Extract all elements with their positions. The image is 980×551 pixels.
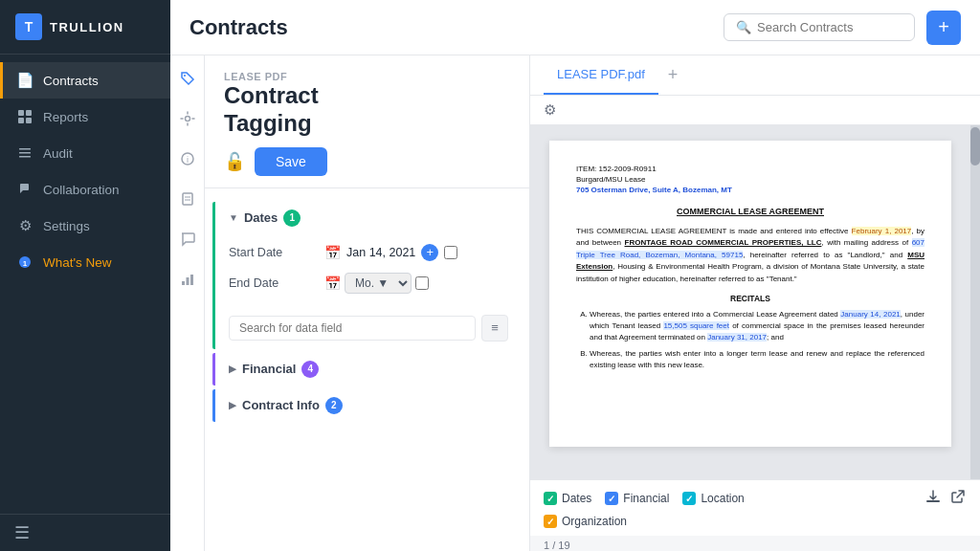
svg-rect-18 <box>190 275 193 285</box>
sidebar-item-label: Reports <box>43 110 88 124</box>
end-date-label: End Date <box>229 276 315 290</box>
contract-info-arrow: ▶ <box>229 400 236 410</box>
sidebar-item-whats-new[interactable]: 1 What's New <box>0 244 170 280</box>
sidebar-item-reports[interactable]: Reports <box>0 99 170 135</box>
pdf-page-number: 1 / 19 <box>530 540 980 551</box>
chart-tool[interactable] <box>174 266 201 293</box>
pdf-document: ITEM: 152-2009-R0911 Burgard/MSU Lease 7… <box>549 141 951 447</box>
pdf-para-1: THIS COMMERCIAL LEASE AGREEMENT is made … <box>576 226 924 285</box>
settings-tool[interactable] <box>174 105 201 132</box>
start-date-add-button[interactable]: + <box>421 244 438 261</box>
search-icon: 🔍 <box>736 20 751 34</box>
end-date-checkbox[interactable] <box>415 276 429 290</box>
pdf-scroll-thumb <box>970 127 980 165</box>
pdf-toolbar: ⚙ <box>530 96 980 125</box>
organization-checkbox[interactable]: ✓ <box>544 515 557 528</box>
filter-financial[interactable]: ✓ Financial <box>605 492 669 505</box>
contract-info-section-header[interactable]: ▶ Contract Info 2 <box>215 389 522 422</box>
recital-a-start: Whereas, the parties entered into a Comm… <box>590 310 840 319</box>
sidebar-item-label: Contracts <box>43 74 99 88</box>
pdf-scrollbar[interactable] <box>970 125 980 479</box>
sidebar-item-label: What's New <box>43 255 112 270</box>
contract-info-section: ▶ Contract Info 2 <box>212 389 522 422</box>
svg-rect-5 <box>19 152 31 154</box>
financial-checkbox[interactable]: ✓ <box>605 492 618 505</box>
duration-select[interactable]: Mo. ▼ Yr. <box>345 273 412 294</box>
download-button[interactable] <box>924 488 942 509</box>
item-number: ITEM: 152-2009-R0911 <box>576 164 924 174</box>
pdf-page: ITEM: 152-2009-R0911 Burgard/MSU Lease 7… <box>530 125 970 479</box>
add-tab-button[interactable]: + <box>662 65 684 85</box>
tool-sidebar: i <box>170 55 205 551</box>
pdf-heading: COMMERCIAL LEASE AGREEMENT <box>576 206 924 219</box>
main-content: Contracts 🔍 + i <box>170 0 980 551</box>
svg-rect-16 <box>182 281 185 285</box>
external-link-button[interactable] <box>949 488 967 509</box>
financial-badge: 4 <box>301 361 319 378</box>
start-date-label: Start Date <box>229 246 315 259</box>
svg-rect-13 <box>183 193 192 205</box>
svg-text:i: i <box>187 155 189 165</box>
page-title: Contracts <box>189 15 712 40</box>
filter-organization[interactable]: ✓ Organization <box>544 515 627 528</box>
sidebar-item-collaboration[interactable]: Collaboration <box>0 171 170 208</box>
para1-rest: , Housing & Environmental Health Program… <box>576 262 924 282</box>
sidebar-item-audit[interactable]: Audit <box>0 135 170 171</box>
info-tool[interactable]: i <box>174 145 201 172</box>
pdf-settings-icon[interactable]: ⚙ <box>544 101 556 119</box>
filter-location[interactable]: ✓ Location <box>682 492 744 505</box>
reports-icon <box>16 108 33 125</box>
tag-tool[interactable] <box>174 65 201 92</box>
lock-icon[interactable]: 🔓 <box>224 151 245 172</box>
recital-a-sqft: 15,505 square feet <box>663 321 729 330</box>
svg-rect-0 <box>18 110 24 116</box>
pdf-bottom-bar: ✓ Dates ✓ Financial ✓ Location <box>530 479 980 536</box>
sidebar-item-settings[interactable]: ⚙ Settings <box>0 208 170 244</box>
location-checkbox[interactable]: ✓ <box>682 492 696 505</box>
search-data-field-input[interactable] <box>229 316 476 341</box>
contracts-icon: 📄 <box>16 72 33 89</box>
pdf-tab-label: LEASE PDF.pdf <box>557 67 645 81</box>
sidebar-item-contracts[interactable]: 📄 Contracts <box>0 62 170 99</box>
pdf-doc-header: ITEM: 152-2009-R0911 Burgard/MSU Lease 7… <box>576 164 924 196</box>
logo-icon: T <box>15 13 42 40</box>
recital-b: Whereas, the parties wish enter into a l… <box>590 348 924 371</box>
pdf-tab-lease[interactable]: LEASE PDF.pdf <box>544 55 658 95</box>
editor-title: ContractTagging <box>224 82 510 138</box>
dates-label: Dates <box>244 210 278 225</box>
svg-point-10 <box>185 117 189 121</box>
whats-new-icon: 1 <box>16 253 33 271</box>
dates-content: Start Date 📅 Jan 14, 2021 + End Date <box>215 234 522 307</box>
dates-filter-label: Dates <box>562 492 591 505</box>
financial-filter-label: Financial <box>623 492 669 505</box>
recital-a-end: ; and <box>767 333 784 342</box>
dates-badge: 1 <box>283 209 301 227</box>
add-contract-button[interactable]: + <box>926 11 961 45</box>
sidebar-menu-toggle[interactable]: ☰ <box>0 514 170 551</box>
sidebar-item-label: Settings <box>43 219 90 233</box>
start-date-checkbox[interactable] <box>444 246 457 259</box>
sidebar-item-label: Collaboration <box>43 183 120 197</box>
search-contracts-box[interactable]: 🔍 <box>724 13 915 41</box>
search-contracts-input[interactable] <box>757 20 902 34</box>
financial-section: ▶ Financial 4 <box>212 353 522 386</box>
para1-mid2: , with mailing address of <box>821 238 911 247</box>
calendar-icon: 📅 <box>324 245 341 260</box>
recitals-list: Whereas, the parties entered into a Comm… <box>576 309 924 371</box>
app-logo[interactable]: T TRULLION <box>0 0 170 55</box>
editor-subtitle: LEASE PDF <box>224 71 510 82</box>
save-button[interactable]: Save <box>255 147 327 176</box>
pdf-second-filter-row: ✓ Organization <box>544 515 967 528</box>
location-filter-label: Location <box>701 492 744 505</box>
financial-label: Financial <box>242 362 296 376</box>
date1-highlight: February 1, 2017 <box>852 227 912 235</box>
search-field-button[interactable]: ≡ <box>481 315 508 342</box>
financial-section-header[interactable]: ▶ Financial 4 <box>215 353 522 386</box>
doc-tool[interactable] <box>174 186 201 212</box>
dates-section-header[interactable]: ▼ Dates 1 <box>215 202 522 234</box>
pdf-content: ITEM: 152-2009-R0911 Burgard/MSU Lease 7… <box>530 125 980 479</box>
chat-tool[interactable] <box>174 226 201 253</box>
svg-rect-2 <box>18 118 24 123</box>
filter-dates[interactable]: ✓ Dates <box>544 492 591 505</box>
dates-checkbox[interactable]: ✓ <box>544 492 557 505</box>
